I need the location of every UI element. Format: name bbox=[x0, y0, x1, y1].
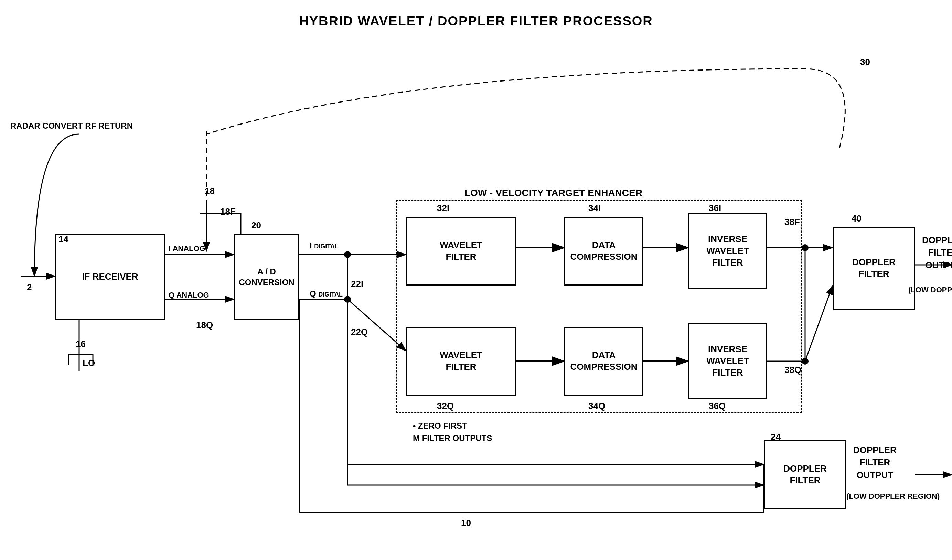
doppler-output-top2-label: (LOW DOPPLER REGION) bbox=[908, 285, 952, 295]
ref-38Q: 38Q bbox=[784, 365, 801, 375]
ref-20: 20 bbox=[251, 220, 261, 231]
ref-14: 14 bbox=[59, 234, 68, 245]
ref-34I: 34I bbox=[588, 203, 601, 214]
ref-2: 2 bbox=[27, 282, 32, 293]
ref-18F: 18F bbox=[220, 207, 236, 217]
ref-34Q: 34Q bbox=[588, 401, 605, 411]
ref-36Q: 36Q bbox=[709, 401, 726, 411]
ref-40: 40 bbox=[852, 213, 861, 224]
ref-32Q: 32Q bbox=[437, 401, 454, 411]
q-digital-label: Q DIGITAL bbox=[310, 289, 343, 299]
ref-18: 18 bbox=[205, 186, 215, 196]
svg-point-34 bbox=[802, 358, 808, 365]
diagram: HYBRID WAVELET / DOPPLER FILTER PROCESSO… bbox=[0, 0, 952, 560]
doppler-output-bottom-label: DOPPLERFILTEROUTPUT bbox=[853, 444, 896, 481]
svg-point-16 bbox=[344, 296, 351, 303]
i-digital-label: I DIGITAL bbox=[310, 241, 338, 250]
doppler-filter-top-block: DOPPLER FILTER bbox=[833, 227, 915, 310]
ref-36I: 36I bbox=[709, 203, 721, 214]
diagram-title: HYBRID WAVELET / DOPPLER FILTER PROCESSO… bbox=[299, 14, 653, 29]
inverse-wavelet-q-block: INVERSE WAVELET FILTER bbox=[688, 323, 767, 399]
if-receiver-block: IF RECEIVER bbox=[55, 234, 165, 320]
ref-30: 30 bbox=[860, 57, 870, 68]
ref-22I: 22I bbox=[351, 279, 363, 289]
ref-10: 10 bbox=[461, 518, 471, 528]
doppler-filter-bottom-block: DOPPLER FILTER bbox=[764, 440, 846, 509]
ref-16: 16 bbox=[76, 339, 86, 350]
zero-first-label: • ZERO FIRSTM FILTER OUTPUTS bbox=[413, 420, 492, 444]
wavelet-filter-i-block: WAVELET FILTER bbox=[406, 217, 516, 285]
wavelet-filter-q-block: WAVELET FILTER bbox=[406, 327, 516, 396]
svg-point-12 bbox=[344, 251, 351, 258]
q-analog-label: Q ANALOG bbox=[168, 291, 209, 299]
data-compression-q-block: DATA COMPRESSION bbox=[564, 327, 643, 396]
inverse-wavelet-i-block: INVERSE WAVELET FILTER bbox=[688, 213, 767, 289]
data-compression-i-block: DATA COMPRESSION bbox=[564, 217, 643, 285]
doppler-output-bottom2-label: (LOW DOPPLER REGION) bbox=[846, 492, 940, 501]
svg-point-31 bbox=[802, 244, 808, 251]
ad-conversion-block: A / D CONVERSION bbox=[234, 234, 299, 320]
doppler-output-top-label: DOPPLERFILTEROUTPUT bbox=[922, 234, 952, 272]
ref-32I: 32I bbox=[437, 203, 449, 214]
svg-line-36 bbox=[805, 285, 833, 361]
i-analog-label: I ANALOG bbox=[168, 244, 206, 253]
radar-convert-label: RADAR CONVERT RF RETURN bbox=[10, 120, 96, 131]
lvte-label: LOW - VELOCITY TARGET ENHANCER bbox=[464, 187, 642, 199]
ref-18Q: 18Q bbox=[196, 320, 213, 330]
ref-22Q: 22Q bbox=[351, 327, 368, 338]
ref-38F: 38F bbox=[784, 217, 800, 227]
lo-label: LO bbox=[83, 358, 95, 369]
ref-24: 24 bbox=[771, 432, 780, 442]
